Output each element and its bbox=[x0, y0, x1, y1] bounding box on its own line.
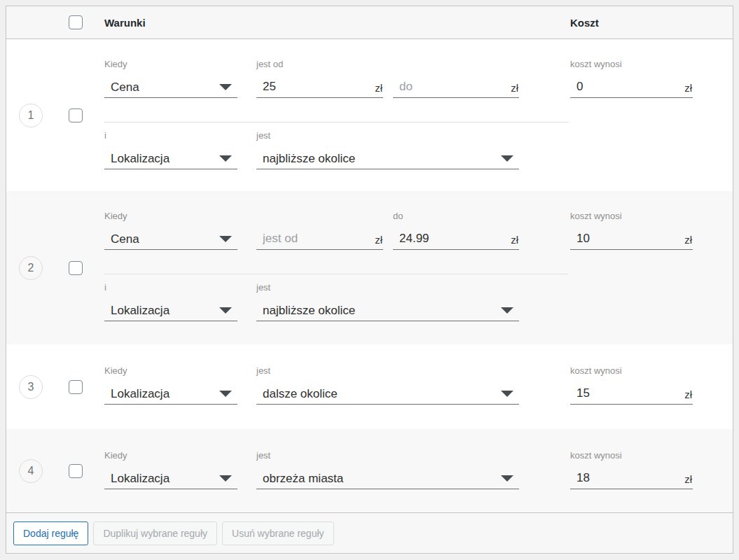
when-label: Kiedy bbox=[104, 366, 237, 375]
from-label: jest od bbox=[256, 59, 383, 69]
add-rule-button[interactable]: Dodaj regułę bbox=[13, 522, 88, 545]
select-all-checkbox[interactable] bbox=[69, 15, 83, 29]
rule-2-conditions: Kiedy Cena zł do bbox=[104, 191, 569, 321]
location-value-select[interactable]: najbliższe okolice bbox=[256, 148, 519, 169]
rule-2-select-checkbox[interactable] bbox=[69, 261, 83, 275]
currency-suffix: zł bbox=[684, 234, 692, 246]
cost-is-label: koszt wynosi bbox=[570, 366, 693, 375]
table-header: Warunki Koszt bbox=[6, 6, 733, 39]
location-value-select[interactable]: obrzeża miasta bbox=[256, 468, 519, 489]
price-from-input[interactable] bbox=[256, 77, 383, 97]
rule-4-conditions: Kiedy Lokalizacja jest obrzeża miasta bbox=[104, 429, 569, 489]
currency-suffix: zł bbox=[511, 234, 518, 246]
rule-row-4: 4 Kiedy Lokalizacja jest obrzeża miasta bbox=[6, 429, 733, 512]
is-label: jest bbox=[256, 283, 519, 292]
delete-rules-button[interactable]: Usuń wybrane reguły bbox=[222, 522, 334, 545]
price-to-input[interactable] bbox=[393, 77, 519, 97]
cost-input[interactable] bbox=[570, 384, 693, 404]
cost-input[interactable] bbox=[570, 468, 693, 489]
rule-3-cost: koszt wynosi zł bbox=[570, 366, 693, 405]
when-label: Kiedy bbox=[104, 59, 237, 69]
rule-4-select-checkbox[interactable] bbox=[69, 464, 83, 478]
rule-1-conditions: Kiedy Cena jest od zł bbox=[104, 39, 569, 169]
chevron-down-icon bbox=[501, 475, 513, 482]
is-label: jest bbox=[256, 366, 519, 375]
condition-type-select[interactable]: Lokalizacja bbox=[104, 384, 237, 405]
currency-suffix: zł bbox=[684, 82, 692, 94]
cost-column-header: Koszt bbox=[570, 17, 599, 29]
condition-type-select[interactable]: Cena bbox=[104, 229, 237, 250]
from-label bbox=[256, 211, 383, 220]
and-label: i bbox=[104, 283, 237, 292]
cost-input[interactable] bbox=[570, 77, 693, 97]
currency-suffix: zł bbox=[375, 82, 382, 94]
rule-number-badge: 1 bbox=[19, 104, 43, 127]
currency-suffix: zł bbox=[375, 234, 382, 246]
currency-suffix: zł bbox=[511, 82, 518, 94]
rule-1-cost: koszt wynosi zł bbox=[570, 59, 693, 98]
rule-number-badge: 4 bbox=[19, 459, 43, 483]
to-label: do bbox=[393, 211, 519, 220]
to-label bbox=[393, 59, 519, 69]
condition-type-select[interactable]: Lokalizacja bbox=[104, 148, 237, 169]
cost-is-label: koszt wynosi bbox=[570, 211, 693, 220]
rule-number-badge: 2 bbox=[19, 256, 43, 280]
location-value-select[interactable]: dalsze okolice bbox=[256, 384, 519, 405]
rule-4-cost: koszt wynosi zł bbox=[570, 451, 693, 489]
chevron-down-icon bbox=[219, 155, 232, 162]
is-label: jest bbox=[256, 451, 519, 460]
conditions-column-header: Warunki bbox=[104, 17, 146, 29]
and-label: i bbox=[104, 131, 237, 140]
when-label: Kiedy bbox=[104, 451, 237, 460]
condition-divider bbox=[104, 274, 569, 274]
cost-is-label: koszt wynosi bbox=[570, 451, 693, 460]
rule-number-badge: 3 bbox=[19, 375, 43, 399]
duplicate-rules-button[interactable]: Duplikuj wybrane reguły bbox=[93, 522, 217, 545]
condition-type-select[interactable]: Cena bbox=[104, 77, 237, 98]
chevron-down-icon bbox=[219, 475, 232, 482]
condition-type-select[interactable]: Lokalizacja bbox=[104, 468, 237, 489]
when-label: Kiedy bbox=[104, 211, 237, 220]
chevron-down-icon bbox=[501, 391, 513, 397]
table-footer: Dodaj regułę Duplikuj wybrane reguły Usu… bbox=[6, 512, 733, 553]
chevron-down-icon bbox=[219, 84, 232, 90]
rule-3-conditions: Kiedy Lokalizacja jest dalsze okolice bbox=[104, 344, 569, 405]
cost-input[interactable] bbox=[570, 229, 693, 249]
condition-divider bbox=[104, 122, 569, 122]
shipping-rules-table: Warunki Koszt 1 Kiedy Cena jest od bbox=[6, 6, 733, 554]
condition-type-select[interactable]: Lokalizacja bbox=[104, 300, 237, 321]
location-value-select[interactable]: najbliższe okolice bbox=[256, 300, 519, 321]
chevron-down-icon bbox=[501, 307, 513, 314]
chevron-down-icon bbox=[219, 391, 232, 397]
rule-row-2: 2 Kiedy Cena zł bbox=[6, 191, 733, 344]
price-from-input[interactable] bbox=[256, 229, 383, 249]
cost-is-label: koszt wynosi bbox=[570, 59, 693, 69]
currency-suffix: zł bbox=[684, 473, 692, 485]
currency-suffix: zł bbox=[684, 388, 692, 400]
rule-row-3: 3 Kiedy Lokalizacja jest dalsze okolice bbox=[6, 344, 733, 429]
chevron-down-icon bbox=[219, 307, 232, 314]
is-label: jest bbox=[256, 131, 519, 140]
chevron-down-icon bbox=[501, 155, 513, 162]
chevron-down-icon bbox=[219, 236, 232, 242]
rule-row-1: 1 Kiedy Cena jest od zł bbox=[6, 39, 733, 191]
rule-3-select-checkbox[interactable] bbox=[69, 380, 83, 394]
rule-1-select-checkbox[interactable] bbox=[69, 108, 83, 122]
price-to-input[interactable] bbox=[393, 229, 519, 249]
rule-2-cost: koszt wynosi zł bbox=[570, 211, 693, 250]
